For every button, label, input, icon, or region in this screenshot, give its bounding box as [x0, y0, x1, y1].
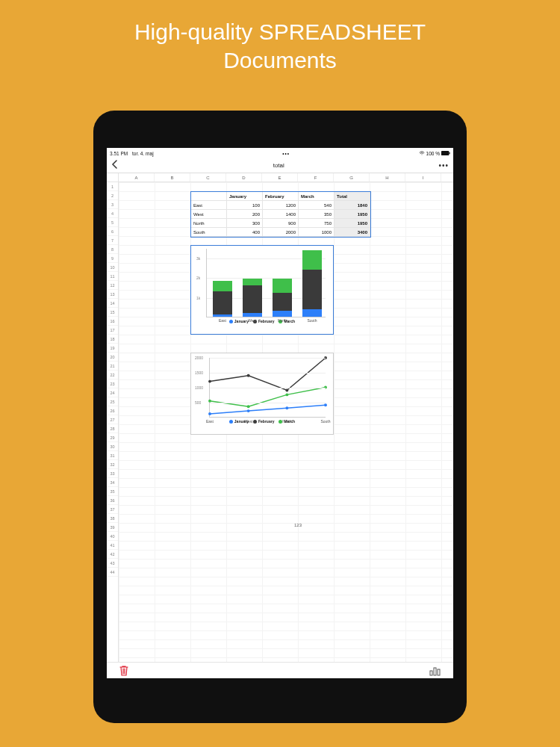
table-row[interactable]: West20014003501950	[191, 210, 370, 219]
row-num[interactable]: 18	[107, 335, 118, 344]
bar-xcat: West	[243, 318, 262, 323]
row-num[interactable]: 27	[107, 415, 118, 424]
row-num[interactable]: 1	[107, 182, 118, 191]
row-num[interactable]: 26	[107, 406, 118, 415]
document-title: total	[119, 162, 438, 169]
row-num[interactable]: 28	[107, 424, 118, 433]
row-num[interactable]: 29	[107, 433, 118, 442]
col-header-g[interactable]: G	[334, 173, 370, 182]
svg-point-12	[285, 393, 288, 396]
data-table[interactable]: January February March Total East1001200…	[190, 191, 371, 238]
row-num[interactable]: 4	[107, 209, 118, 218]
col-march: March	[299, 192, 335, 201]
row-num[interactable]: 23	[107, 379, 118, 388]
col-header-b[interactable]: B	[155, 173, 190, 182]
cell-feb: 1200	[263, 201, 299, 210]
floating-cell-value: 123	[294, 523, 302, 527]
row-num[interactable]: 6	[107, 227, 118, 236]
row-num[interactable]: 40	[107, 532, 118, 541]
col-header-e[interactable]: E	[262, 173, 298, 182]
cell-jan: 300	[227, 219, 263, 228]
svg-rect-0	[441, 151, 449, 155]
row-num[interactable]: 30	[107, 442, 118, 451]
col-header-d[interactable]: D	[226, 173, 262, 182]
row-label: North	[191, 219, 227, 228]
row-num[interactable]: 33	[107, 469, 118, 478]
row-num[interactable]: 37	[107, 505, 118, 514]
svg-rect-15	[434, 668, 436, 675]
chart-icon[interactable]	[429, 666, 441, 676]
table-row[interactable]: South400200010003400	[191, 228, 370, 237]
cell-mar: 350	[299, 210, 335, 219]
more-button[interactable]: •••	[438, 161, 449, 170]
stacked-bar-chart[interactable]: 1k2k3kEastWestNorthSouth January Februar…	[190, 245, 334, 335]
row-label: South	[191, 228, 227, 237]
bar-ytick: 3k	[196, 256, 200, 261]
row-num[interactable]: 21	[107, 362, 118, 371]
cell-mar: 1000	[299, 228, 335, 237]
row-numbers: 1234567891011121314151617181920212223242…	[107, 182, 119, 662]
row-num[interactable]: 22	[107, 371, 118, 379]
col-header-a[interactable]: A	[119, 173, 155, 182]
table-header-row: January February March Total	[191, 192, 370, 201]
row-num[interactable]: 43	[107, 559, 118, 568]
back-button[interactable]	[111, 160, 119, 171]
row-num[interactable]: 41	[107, 541, 118, 550]
row-num[interactable]: 20	[107, 353, 118, 362]
row-num[interactable]: 10	[107, 263, 118, 272]
line-xcat: West	[244, 419, 252, 424]
cell-mar: 540	[299, 201, 335, 210]
row-num[interactable]: 31	[107, 451, 118, 460]
battery-icon	[441, 151, 450, 156]
row-num[interactable]: 25	[107, 397, 118, 406]
row-num[interactable]: 17	[107, 326, 118, 335]
row-num[interactable]: 35	[107, 487, 118, 496]
line-xcat: South	[320, 419, 330, 424]
row-num[interactable]: 34	[107, 478, 118, 487]
col-total: Total	[335, 192, 370, 201]
bottom-toolbar	[107, 662, 453, 678]
row-num[interactable]: 3	[107, 200, 118, 209]
row-num[interactable]: 38	[107, 514, 118, 523]
row-num[interactable]: 14	[107, 299, 118, 308]
spreadsheet-grid[interactable]: ABCDEFGHI 123456789101112131415161718192…	[107, 173, 453, 662]
row-num[interactable]: 2	[107, 191, 118, 200]
col-january: January	[227, 192, 263, 201]
svg-rect-14	[430, 671, 432, 675]
table-row[interactable]: East10012005401840	[191, 201, 370, 210]
row-num[interactable]: 8	[107, 245, 118, 254]
col-header-h[interactable]: H	[370, 173, 405, 182]
row-num[interactable]: 39	[107, 523, 118, 532]
line-ytick: 1000	[195, 385, 203, 390]
row-num[interactable]: 13	[107, 290, 118, 299]
row-num[interactable]: 36	[107, 496, 118, 505]
cells-area[interactable]: January February March Total East1001200…	[119, 182, 453, 662]
cell-total: 1840	[335, 201, 370, 210]
col-header-c[interactable]: C	[190, 173, 226, 182]
row-label: East	[191, 201, 227, 210]
trash-icon[interactable]	[119, 665, 129, 677]
row-num[interactable]: 42	[107, 550, 118, 559]
row-num[interactable]: 19	[107, 344, 118, 353]
row-num[interactable]: 15	[107, 308, 118, 317]
row-num[interactable]: 7	[107, 236, 118, 245]
status-date: tor. 4. maj	[132, 151, 154, 156]
col-header-f[interactable]: F	[298, 173, 334, 182]
table-row[interactable]: North3009007501950	[191, 219, 370, 228]
line-chart[interactable]: 500100015002000EastWestNorthSouth Januar…	[190, 353, 334, 435]
row-label: West	[191, 210, 227, 219]
row-num[interactable]: 12	[107, 281, 118, 290]
row-num[interactable]: 44	[107, 568, 118, 577]
cell-jan: 400	[227, 228, 263, 237]
row-num[interactable]: 24	[107, 388, 118, 397]
row-num[interactable]: 32	[107, 460, 118, 469]
row-num[interactable]: 5	[107, 218, 118, 227]
row-num[interactable]: 16	[107, 317, 118, 326]
cell-total: 1950	[335, 219, 370, 228]
row-num[interactable]: 11	[107, 272, 118, 281]
cell-feb: 2000	[263, 228, 299, 237]
row-num[interactable]: 9	[107, 254, 118, 263]
col-header-i[interactable]: I	[405, 173, 441, 182]
col-february: February	[263, 192, 299, 201]
bar-ytick: 1k	[196, 296, 200, 300]
